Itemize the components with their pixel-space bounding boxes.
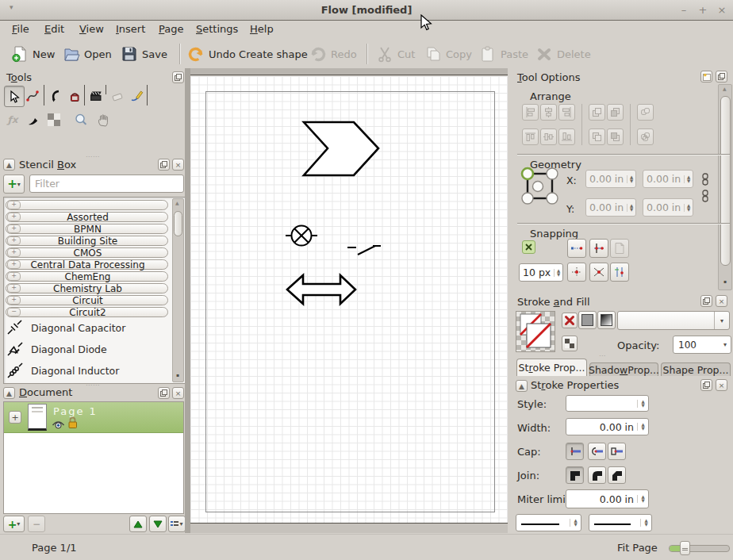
anchor-bottom-left[interactable]	[522, 193, 533, 204]
dropdown-arrow-button[interactable]: ▾	[714, 312, 729, 329]
align-bottom-button[interactable]	[558, 128, 575, 145]
lower-to-bottom-button[interactable]	[607, 128, 624, 145]
spinner-arrows[interactable]: ▲▼	[627, 175, 635, 183]
switch-shape[interactable]	[347, 246, 381, 255]
opacity-dropdown[interactable]: 100 ▾	[673, 336, 731, 354]
delete-button[interactable]: Delete	[535, 42, 591, 66]
spinner-arrows[interactable]: ▲▼	[570, 519, 581, 527]
spinner-arrows[interactable]: ▲▼	[637, 495, 648, 503]
menu-insert[interactable]: Insert	[116, 23, 145, 35]
cut-button[interactable]: Cut	[376, 42, 415, 66]
canvas-bottom-scrollbar[interactable]	[190, 523, 508, 533]
solid-paint-button[interactable]	[578, 311, 597, 329]
page-thumbnail[interactable]	[28, 404, 47, 431]
stencil-scrollbar-thumb[interactable]	[174, 211, 182, 236]
menu-settings[interactable]: Settings	[196, 23, 238, 35]
line-end-style-dropdown[interactable]: ▲▼	[589, 514, 652, 531]
undo-button[interactable]: Undo Create shape	[187, 42, 308, 66]
snap-to-guides-button[interactable]	[589, 239, 608, 258]
menu-help[interactable]: Help	[250, 23, 274, 35]
align-left-button[interactable]	[522, 104, 539, 121]
window-menu-icon[interactable]: ▾	[10, 3, 13, 11]
save-button[interactable]: Save	[121, 42, 167, 66]
expand-icon[interactable]: +	[7, 201, 21, 209]
stencil-category[interactable]: +	[6, 200, 168, 210]
cap-round-button[interactable]	[588, 443, 606, 460]
expand-icon[interactable]: +	[7, 213, 21, 221]
raise-to-top-button[interactable]	[589, 128, 605, 145]
page-row-selected[interactable]: + Page 1	[4, 402, 183, 433]
geometry-anchor-widget[interactable]	[520, 167, 560, 206]
stroke-properties-collapse-button[interactable]: ▲	[516, 380, 528, 392]
snap-to-page-button[interactable]	[610, 239, 629, 258]
tool-options-detach-button[interactable]	[716, 71, 727, 82]
canvas[interactable]	[190, 76, 508, 523]
lock-icon[interactable]	[67, 416, 78, 429]
line-start-style-dropdown[interactable]: ▲▼	[516, 514, 581, 531]
cap-butt-button[interactable]	[566, 443, 584, 460]
panel-resize-grip[interactable]: ⋯	[599, 352, 606, 359]
zoom-slider-track[interactable]	[669, 545, 730, 552]
lower-button[interactable]	[607, 104, 624, 121]
expand-icon[interactable]: +	[7, 284, 21, 293]
spinner-arrows[interactable]: ▲▼	[684, 204, 693, 212]
move-page-up-button[interactable]	[129, 516, 147, 532]
add-page-button[interactable]: +▾	[3, 516, 25, 532]
stroke-fill-detach-button[interactable]	[700, 295, 712, 307]
gradient-tool-button[interactable]	[44, 109, 63, 129]
link-x-icon[interactable]	[701, 173, 709, 186]
stencil-shape-diagonal-inductor[interactable]: Diagonal Inductor	[6, 362, 119, 379]
raise-button[interactable]	[589, 104, 605, 121]
x2-spinner[interactable]: 0.00 in▲▼	[643, 170, 693, 188]
bezier-tool-button[interactable]	[23, 86, 42, 105]
spinner-arrows[interactable]: ▲▼	[554, 269, 562, 277]
anchor-top-left-selected[interactable]	[522, 168, 533, 179]
tool-options-scrollbar-thumb[interactable]	[720, 96, 731, 266]
document-detach-button[interactable]	[158, 387, 170, 399]
snap-to-points-button[interactable]	[567, 263, 586, 282]
pointer-tool-button[interactable]	[4, 86, 25, 107]
color-ramp-dropdown[interactable]: ▾	[617, 311, 730, 330]
expand-icon[interactable]: +	[7, 224, 21, 233]
canvas-top-scrollbar[interactable]	[190, 68, 508, 75]
width-spinner[interactable]: 0.00 in▲▼	[566, 418, 649, 435]
expand-icon[interactable]: +	[7, 248, 21, 257]
tab-shadow-properties[interactable]: Shadow Prop...	[589, 362, 658, 376]
spinner-arrows[interactable]: ▲▼	[684, 175, 693, 183]
tab-stroke-properties[interactable]: Stroke Prop...	[516, 359, 587, 376]
stencil-category-chemistry-lab[interactable]: +Chemistry Lab	[6, 283, 168, 293]
spinner-arrows[interactable]: ▲▼	[637, 423, 648, 431]
close-button[interactable]: ×	[714, 0, 730, 20]
tools-detach-button[interactable]	[172, 71, 184, 83]
eraser-tool-button[interactable]	[108, 86, 127, 105]
expand-icon[interactable]: +	[7, 296, 21, 305]
calligraphy-tool-button[interactable]	[24, 109, 43, 129]
clapperboard-tool-button[interactable]	[86, 86, 106, 105]
stencil-collapse-button[interactable]: ▲	[3, 159, 15, 171]
move-page-down-button[interactable]	[149, 516, 167, 532]
stencil-close-button[interactable]: ×	[172, 159, 184, 171]
zoom-slider-thumb[interactable]	[680, 541, 690, 555]
scroll-up-icon[interactable]: ▲	[175, 200, 179, 205]
stencil-detach-button[interactable]	[158, 159, 170, 171]
miter-limit-spinner[interactable]: 0.00 in▲▼	[566, 489, 649, 508]
tab-shape-properties[interactable]: Shape Prop...	[661, 362, 731, 376]
spinner-arrows[interactable]: ▲▼	[640, 519, 651, 527]
x1-spinner[interactable]: 0.00 in▲▼	[585, 170, 636, 188]
align-center-button[interactable]	[540, 104, 557, 121]
group-button[interactable]	[637, 104, 654, 121]
scroll-down-icon[interactable]: ▪	[176, 372, 179, 378]
spinner-arrows[interactable]: ▲▼	[637, 400, 648, 408]
scroll-up-icon[interactable]: ▲	[723, 86, 727, 91]
align-right-button[interactable]	[558, 104, 575, 121]
zoom-tool-button[interactable]	[71, 109, 90, 129]
menu-page[interactable]: Page	[159, 23, 183, 35]
chevron-shape[interactable]	[304, 122, 378, 175]
join-bevel-button[interactable]	[608, 466, 626, 484]
menu-view[interactable]: View	[79, 23, 104, 35]
redo-button[interactable]: Redo	[309, 42, 357, 66]
document-close-button[interactable]: ×	[172, 387, 184, 399]
anchor-top-right[interactable]	[547, 168, 558, 179]
tool-options-scrollbar[interactable]: ▲ ▪	[718, 84, 732, 290]
stencil-add-button[interactable]: +▾	[3, 175, 25, 194]
